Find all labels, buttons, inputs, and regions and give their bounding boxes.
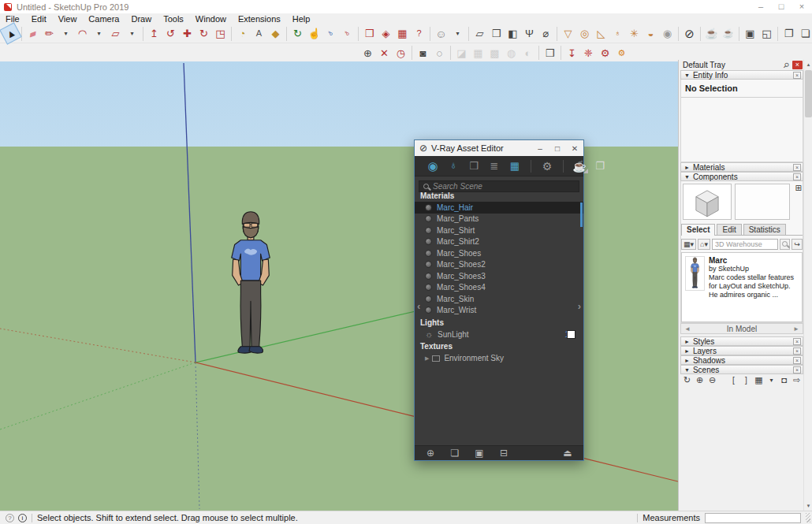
scenes-panel-header[interactable]: ▼ Scenes × [680, 365, 803, 374]
scene-details-arrow[interactable]: ⇨ [792, 375, 802, 385]
tray-close-button[interactable]: × [792, 61, 803, 69]
vray-sphere-light[interactable]: ◎ [576, 25, 593, 42]
open-in-warehouse-arrow[interactable]: ↪ [792, 239, 803, 250]
expand-arrow-icon[interactable]: ► [684, 339, 690, 344]
rectangle-tool-dropdown[interactable]: ▾ [124, 25, 140, 42]
orbit-tool[interactable]: ↻ [289, 25, 306, 42]
vray-textures-tab[interactable]: ≣ [487, 158, 501, 174]
arc-tool[interactable]: ◠ [74, 25, 91, 42]
rotate-tool[interactable]: ↻ [196, 25, 212, 42]
scale-tool[interactable]: ◳ [212, 25, 229, 42]
vray-add-asset-button[interactable]: ⊕ [425, 445, 436, 462]
help-question-tool[interactable]: ? [411, 25, 427, 42]
vray-spot-light[interactable]: ◺ [593, 25, 609, 42]
home-button[interactable]: ⌂▾ [698, 239, 710, 250]
line-tool[interactable]: ✏ [41, 25, 58, 42]
material-item[interactable]: Marc_Shoes4 [415, 282, 583, 294]
vray-lights-tab[interactable]: ♀ [446, 158, 460, 174]
expand-arrow-icon[interactable]: ► [684, 358, 690, 363]
vray-ies-light[interactable]: ♀ [609, 25, 626, 42]
sunlight-color-swatch[interactable] [567, 330, 575, 339]
collapse-arrow-icon[interactable]: ▼ [684, 367, 690, 373]
vray-dome-light[interactable]: ◒ [643, 25, 659, 42]
material-item[interactable]: Marc_Shoes [415, 247, 583, 259]
vray-proxy-export[interactable]: ◧ [505, 25, 521, 42]
material-item[interactable]: Marc_Shirt [415, 225, 583, 236]
materials-panel-header[interactable]: ► Materials × [680, 162, 803, 172]
menu-help[interactable]: Help [292, 14, 311, 24]
panel-close-icon[interactable]: × [793, 164, 801, 171]
menu-window[interactable]: Window [196, 14, 226, 24]
rectangle-tool[interactable]: ▱ [107, 25, 124, 42]
expand-arrow-icon[interactable]: ► [684, 348, 690, 354]
expand-arrow-icon[interactable]: ▶ [425, 355, 429, 362]
menu-tools[interactable]: Tools [163, 14, 184, 24]
vray-rect-light[interactable]: ▽ [560, 25, 576, 42]
vray-purge-button[interactable]: ⏏ [562, 445, 573, 462]
scene-move-icon[interactable]: ◘ [779, 375, 789, 385]
back-edges-toggle[interactable]: ◐ [520, 45, 536, 61]
vray-frame-buffer-icon[interactable]: ❐ [780, 25, 797, 42]
text-tool[interactable]: A [251, 25, 267, 42]
panel-close-icon[interactable]: × [793, 72, 801, 79]
menu-camera[interactable]: Camera [88, 14, 119, 24]
shadows-toggle[interactable]: ▦ [470, 45, 486, 61]
vray-logo-icon[interactable]: ⊘ [681, 25, 698, 42]
vray-render-teapot-button[interactable]: ☕ [572, 158, 587, 174]
scene-bracket-left-icon[interactable]: [ [728, 375, 739, 385]
entity-info-header[interactable]: ▼ Entity Info × [680, 70, 803, 80]
nav-forward-icon[interactable]: ► [790, 325, 803, 333]
tab-select[interactable]: Select [681, 224, 715, 236]
follow-me-tool[interactable]: ↺ [162, 25, 179, 42]
material-item[interactable]: Marc_Shoes3 [415, 270, 583, 282]
menu-extensions[interactable]: Extensions [238, 14, 281, 24]
update-scene-button[interactable]: ↻ [682, 375, 692, 385]
tape-measure-tool[interactable]: ◔ [234, 25, 251, 42]
tray-scrollbar[interactable]: ▲ ▼ [803, 60, 812, 511]
extension-install-icon[interactable]: ↧ [564, 45, 580, 61]
vray-infinite-plane[interactable]: ▱ [471, 25, 488, 42]
menu-draw[interactable]: Draw [131, 14, 151, 24]
vray-proxy-box[interactable]: ❒ [488, 25, 505, 42]
select-tool[interactable]: ▲ [0, 22, 22, 44]
scene-bracket-right-icon[interactable]: ] [741, 375, 751, 385]
eraser-tool[interactable]: ▰ [22, 23, 43, 44]
model-tool-2[interactable]: ◈ [378, 25, 394, 42]
geolocation-icon[interactable]: ? [6, 514, 14, 522]
panel-close-icon[interactable]: × [793, 338, 801, 345]
vray-frame-buffer-button[interactable]: ❐ [593, 158, 607, 174]
tab-statistics[interactable]: Statistics [743, 224, 786, 235]
view-options-button[interactable]: ▦▾ [681, 239, 696, 250]
model-tool-1[interactable]: ❒ [361, 25, 378, 42]
material-item[interactable]: Marc_Shirt2 [415, 236, 583, 248]
material-item[interactable]: Marc_Wrist [415, 305, 583, 317]
vray-dialog-titlebar[interactable]: ⊘ V-Ray Asset Editor – □ ✕ [415, 140, 583, 156]
vray-geometry-tab[interactable]: ❒ [467, 158, 481, 174]
scene-view-options-icon[interactable]: ▦ [754, 375, 764, 385]
collapse-arrow-icon[interactable]: ▼ [684, 72, 690, 78]
component-name-field[interactable] [735, 184, 790, 220]
vray-omni-light[interactable]: ✳ [626, 25, 643, 42]
panel-close-icon[interactable]: × [793, 347, 801, 355]
minimize-button[interactable]: – [751, 0, 771, 13]
close-button[interactable]: × [792, 0, 812, 13]
vray-open-file-button[interactable]: ❏ [449, 445, 460, 462]
vray-mesh-light[interactable]: ◉ [659, 25, 676, 42]
styles-panel-header[interactable]: ► Styles × [680, 336, 803, 346]
vray-maximize-button[interactable]: □ [549, 144, 566, 153]
component-picker-tool[interactable]: ❒ [542, 45, 558, 61]
vray-minimize-button[interactable]: – [531, 144, 549, 153]
expand-arrow-icon[interactable]: ► [684, 165, 690, 170]
sunlight-item[interactable]: ☼ SunLight 1 [415, 329, 583, 340]
material-item[interactable]: Marc_Skin [415, 293, 583, 305]
protractor-tool[interactable]: ◷ [393, 45, 409, 61]
vray-settings-tab[interactable]: ⚙ [540, 158, 554, 174]
material-item[interactable]: Marc_Hair [415, 202, 583, 214]
arc-tool-dropdown[interactable]: ▾ [91, 25, 107, 42]
preferences-gear[interactable]: ⚙ [613, 45, 630, 61]
scroll-down-icon[interactable]: ▼ [804, 501, 812, 511]
panel-close-icon[interactable]: × [793, 357, 801, 364]
menu-edit[interactable]: Edit [32, 14, 47, 24]
panel-expand-left-arrow[interactable]: ‹ [417, 300, 420, 312]
add-scene-button[interactable]: ⊕ [695, 375, 705, 385]
